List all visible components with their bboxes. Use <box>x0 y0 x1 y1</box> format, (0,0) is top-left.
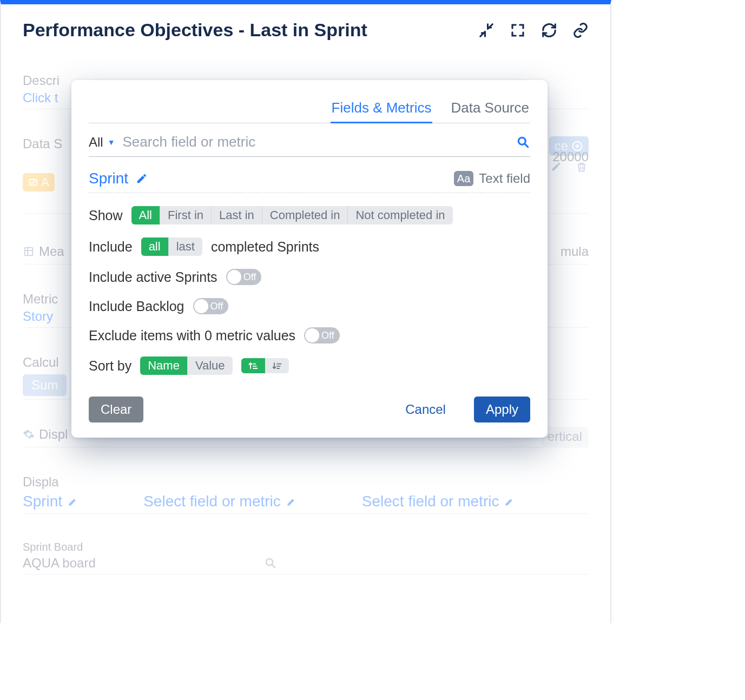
config-panel: Performance Objectives - Last in Sprint … <box>0 0 611 623</box>
field-name: Sprint <box>89 170 128 187</box>
show-opt-all[interactable]: All <box>131 206 160 224</box>
show-opt-last-in[interactable]: Last in <box>212 206 262 224</box>
exclude-zero-label: Exclude items with 0 metric values <box>89 328 295 344</box>
selected-field-header: Sprint Aa Text field <box>89 170 530 193</box>
cancel-button[interactable]: Cancel <box>393 397 458 422</box>
clear-button[interactable]: Clear <box>89 397 143 422</box>
collapse-icon[interactable] <box>478 22 495 38</box>
pencil-icon <box>504 496 515 507</box>
pencil-icon[interactable] <box>136 173 148 184</box>
text-field-badge: Aa <box>454 171 473 186</box>
display-field-3[interactable]: Select field or metric <box>362 493 516 510</box>
show-option-row: Show All First in Last in Completed in N… <box>89 206 530 224</box>
pencil-icon <box>68 496 78 507</box>
table-icon <box>23 246 35 257</box>
include-label: Include <box>89 239 133 255</box>
search-icon[interactable] <box>264 557 277 570</box>
exclude-zero-toggle[interactable]: Off <box>304 327 340 344</box>
show-label: Show <box>89 208 123 223</box>
show-opt-first-in[interactable]: First in <box>160 206 212 224</box>
search-icon[interactable] <box>516 135 530 149</box>
field-config-modal: Fields & Metrics Data Source All ▼ Sprin… <box>71 80 548 438</box>
search-bar: All ▼ <box>89 130 530 157</box>
sort-desc-icon[interactable] <box>265 358 289 373</box>
include-segment: all last <box>141 237 202 256</box>
show-opt-completed-in[interactable]: Completed in <box>262 206 348 224</box>
bg-formula-suffix: mula <box>561 244 589 259</box>
sort-direction-segment <box>241 358 289 373</box>
chevron-down-icon: ▼ <box>108 138 115 147</box>
include-backlog-label: Include Backlog <box>89 299 184 314</box>
sprint-board-value[interactable]: AQUA board <box>23 556 96 571</box>
bg-disp-label: Displ <box>39 427 68 442</box>
include-active-label: Include active Sprints <box>89 269 217 285</box>
sort-opt-name[interactable]: Name <box>140 356 188 375</box>
pencil-icon <box>286 496 297 507</box>
bg-orientation-toggle[interactable]: ertical <box>541 427 589 446</box>
panel-header: Performance Objectives - Last in Sprint <box>23 19 589 41</box>
include-backlog-toggle[interactable]: Off <box>193 298 229 314</box>
modal-tabs: Fields & Metrics Data Source <box>89 96 530 123</box>
sort-label: Sort by <box>89 358 131 374</box>
sort-field-segment: Name Value <box>140 356 232 375</box>
svg-rect-2 <box>25 248 33 256</box>
tab-data-source[interactable]: Data Source <box>450 96 530 123</box>
include-active-row: Include active Sprints Off <box>89 269 530 285</box>
include-opt-all[interactable]: all <box>141 237 169 256</box>
include-opt-last[interactable]: last <box>169 237 202 256</box>
sort-row: Sort by Name Value <box>89 356 530 375</box>
include-completed-row: Include all last completed Sprints <box>89 237 530 256</box>
display-field-2[interactable]: Select field or metric <box>143 493 297 510</box>
tab-fields-metrics[interactable]: Fields & Metrics <box>331 96 433 123</box>
gear-icon <box>23 428 35 440</box>
fullscreen-icon[interactable] <box>510 22 526 38</box>
search-input[interactable] <box>122 133 510 151</box>
header-toolbar <box>478 22 589 38</box>
include-active-toggle[interactable]: Off <box>226 269 262 285</box>
bg-displa-label: Displa <box>23 474 589 490</box>
bg-meas-label: Mea <box>39 244 64 259</box>
link-icon[interactable] <box>572 22 589 38</box>
field-type-label: Text field <box>479 171 530 186</box>
show-segment: All First in Last in Completed in Not co… <box>131 206 453 224</box>
show-opt-not-completed-in[interactable]: Not completed in <box>348 206 452 224</box>
exclude-zero-row: Exclude items with 0 metric values Off <box>89 327 530 344</box>
modal-footer: Clear Cancel Apply <box>89 397 530 422</box>
page-title: Performance Objectives - Last in Sprint <box>23 19 367 41</box>
bg-row-number: 20000 <box>552 149 589 164</box>
include-suffix: completed Sprints <box>211 239 319 255</box>
filter-dropdown[interactable]: All ▼ <box>89 135 115 150</box>
data-source-tile[interactable]: A <box>23 173 55 191</box>
sprint-board-label: Sprint Board <box>23 541 589 553</box>
sort-opt-value[interactable]: Value <box>188 356 233 375</box>
apply-button[interactable]: Apply <box>474 397 530 422</box>
refresh-icon[interactable] <box>541 22 557 38</box>
include-backlog-row: Include Backlog Off <box>89 298 530 314</box>
display-field-1[interactable]: Sprint <box>23 493 78 510</box>
bg-calc-button[interactable]: Sum <box>23 374 67 396</box>
sort-asc-icon[interactable] <box>241 358 265 373</box>
